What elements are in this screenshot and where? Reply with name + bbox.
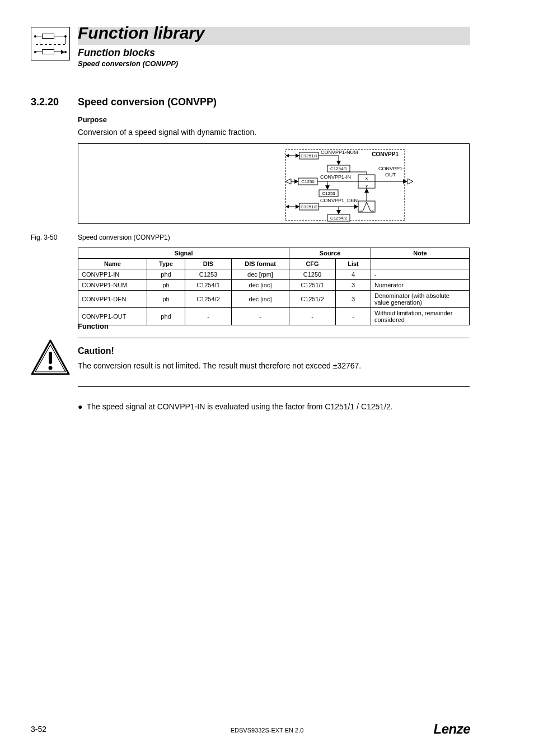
svg-marker-32: [336, 210, 341, 214]
purpose-text: Conversion of a speed signal with dynami…: [78, 128, 256, 137]
diag-den-label: CONVPP1_DEN: [320, 198, 358, 203]
svg-marker-9: [285, 179, 291, 184]
diag-block-title: CONVPP1: [372, 151, 399, 157]
svg-marker-3: [296, 153, 299, 158]
svg-marker-7: [336, 161, 341, 165]
svg-point-41: [49, 366, 53, 370]
svg-marker-22: [364, 188, 369, 193]
th-source: Source: [289, 248, 371, 259]
page-subtitle-2: Speed conversion (CONVPP): [78, 59, 178, 68]
page-title: Function library: [78, 24, 205, 43]
svg-rect-40: [49, 352, 52, 364]
page-subtitle-1: Function blocks: [78, 47, 155, 59]
diag-y: y: [366, 183, 368, 188]
purpose-heading: Purpose: [78, 115, 107, 124]
table-row: CONVPP1-NUM ph C1254/1 dec [inc] C1251/1…: [78, 280, 470, 291]
th-cfg: CFG: [289, 259, 336, 269]
bullet-dot-icon: ●: [78, 402, 85, 411]
diag-num-disp: C1254/1: [330, 166, 348, 171]
diag-den-disp: C1254/2: [330, 216, 348, 221]
svg-marker-26: [285, 205, 289, 208]
diag-num-label: CONVPP1-NUM: [321, 150, 358, 155]
th-note: Note: [371, 248, 470, 259]
diag-out-label-1: CONVPP1-: [378, 166, 404, 171]
svg-marker-28: [296, 204, 299, 209]
diag-x: x: [366, 176, 368, 181]
caution-text: The conversion result is not limited. Th…: [78, 361, 361, 370]
th-signal: Signal: [78, 248, 289, 259]
diag-out-label-2: OUT: [385, 172, 396, 178]
svg-marker-35: [354, 204, 358, 209]
section-number: 3.2.20: [31, 96, 59, 108]
function-heading: Function: [78, 322, 109, 330]
diag-in-label: CONVPP1-IN: [320, 174, 351, 180]
table-row: CONVPP1-DEN ph C1254/2 dec [inc] C1251/2…: [78, 291, 470, 308]
svg-marker-15: [325, 185, 330, 190]
diag-in-code: C1250: [301, 179, 315, 184]
block-diagram: CONVPP1 C1251/1 CONVPP1-NUM C1254/1 C125…: [78, 143, 470, 224]
warning-icon: [31, 339, 70, 376]
brand-logo: Lenze: [433, 721, 470, 737]
th-dis: DIS: [185, 259, 232, 269]
th-list: List: [336, 259, 371, 269]
signal-table: Signal Source Note Name Type DIS DIS for…: [78, 248, 470, 325]
svg-marker-11: [294, 179, 298, 184]
function-block-icon: [31, 27, 70, 60]
svg-marker-1: [285, 154, 289, 157]
th-type: Type: [147, 259, 185, 269]
th-fmt: DIS format: [232, 259, 289, 269]
figure-label: Fig. 3-50: [31, 234, 57, 241]
bullet-item: ● The speed signal at CONVPP1-IN is eval…: [78, 402, 393, 411]
bullet-text: The speed signal at CONVPP1-IN is evalua…: [87, 402, 393, 411]
diag-num-code: C1251/1: [301, 153, 318, 158]
caution-heading: Caution!: [78, 346, 114, 356]
svg-marker-24: [403, 179, 407, 184]
svg-marker-25: [407, 179, 413, 184]
table-row: CONVPP1-IN phd C1253 dec [rpm] C1250 4 -: [78, 269, 470, 280]
hr-bottom: [78, 386, 470, 387]
section-title: Speed conversion (CONVPP): [78, 96, 217, 108]
hr-top: [78, 338, 470, 338]
table-row: CONVPP1-OUT phd - - - - Without limitati…: [78, 308, 470, 325]
diag-in-disp: C1253: [322, 191, 335, 196]
th-name: Name: [78, 259, 147, 269]
figure-text: Speed conversion (CONVPP1): [78, 234, 170, 241]
diag-den-code: C1251/2: [301, 204, 318, 209]
